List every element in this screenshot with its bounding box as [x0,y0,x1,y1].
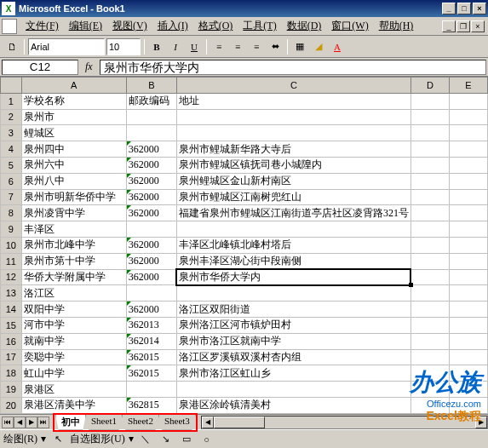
font-name-select[interactable] [28,38,105,55]
cell[interactable] [450,317,488,333]
doc-restore-button[interactable]: ❐ [456,20,470,32]
font-color-button[interactable]: A [329,38,346,55]
cell[interactable] [450,221,488,238]
cell[interactable] [176,221,410,238]
cell[interactable] [410,93,449,109]
cell[interactable]: 362014 [126,333,176,349]
row-header[interactable]: 14 [1,302,22,318]
cell[interactable] [410,382,449,398]
cell[interactable]: 丰泽区北峰镇北峰村塔后 [176,237,410,253]
new-button[interactable]: 🗋 [3,38,20,55]
row-header[interactable]: 12 [1,269,22,285]
menu-item[interactable]: 插入(I) [152,17,193,34]
cell[interactable]: 泉州六中 [21,157,126,173]
row-header[interactable]: 13 [1,285,22,302]
bold-button[interactable]: B [148,38,165,55]
draw-menu[interactable]: 绘图(R) [3,432,37,446]
cell[interactable]: 362015 [126,349,176,365]
column-header[interactable]: E [450,78,488,94]
cell[interactable]: 泉州鲤城区金山新村南区 [176,173,410,189]
row-header[interactable]: 8 [1,205,22,221]
menu-item[interactable]: 数据(D) [282,17,327,34]
cell[interactable]: 362000 [126,173,176,189]
fill-color-button[interactable]: ◢ [310,38,327,55]
cell[interactable]: 362000 [126,189,176,205]
cell[interactable] [410,302,449,318]
cell[interactable]: 泉州市鲤城区镇抚司巷小城隍内 [176,157,410,173]
cell[interactable] [450,205,488,221]
cell[interactable]: 河市中学 [21,317,126,333]
row-header[interactable]: 11 [1,253,22,269]
cell[interactable]: 泉州凌霄中学 [21,205,126,221]
cell[interactable] [450,333,488,349]
app-icon[interactable] [2,19,17,34]
tab-next-button[interactable]: ▶ [26,416,37,428]
cell[interactable] [450,349,488,365]
cell[interactable] [176,125,410,141]
cell[interactable]: 362815 [126,397,176,413]
cell[interactable]: 泉港区清美中学 [21,397,126,413]
cell[interactable]: 鲤城区 [21,125,126,141]
borders-button[interactable]: ▦ [291,38,308,55]
close-button[interactable]: × [473,3,486,14]
cell[interactable] [410,189,449,205]
horizontal-scrollbar[interactable]: ◀ ▶ [201,416,488,429]
cell[interactable] [450,253,488,269]
cell[interactable]: 362015 [126,365,176,382]
cell[interactable]: 362013 [126,317,176,333]
row-header[interactable]: 5 [1,157,22,173]
cell[interactable]: 地址 [176,93,410,109]
doc-close-button[interactable]: × [471,20,485,32]
cell[interactable]: 双阳中学 [21,302,126,318]
cell[interactable] [410,285,449,302]
cell[interactable] [410,141,449,158]
cell[interactable] [410,109,449,125]
underline-button[interactable]: U [186,38,203,55]
align-right-button[interactable]: ≡ [248,38,265,55]
cell[interactable]: 洛江区罗溪镇双溪村杏内组 [176,349,410,365]
cell[interactable] [176,285,410,302]
column-header[interactable]: D [410,78,449,94]
cell[interactable] [126,109,176,125]
cell[interactable]: 泉州市 [21,109,126,125]
cell[interactable] [450,173,488,189]
cell[interactable] [126,221,176,238]
formula-input[interactable]: 泉州市华侨大学内 [100,60,486,75]
tab-first-button[interactable]: ⏮ [2,416,14,428]
column-header[interactable]: A [21,78,126,94]
menu-item[interactable]: 格式(O) [193,17,238,34]
cell[interactable] [410,333,449,349]
cell[interactable]: 泉州丰泽区湖心街中段南侧 [176,253,410,269]
rectangle-button[interactable]: ▭ [178,431,195,448]
cell[interactable]: 362000 [126,253,176,269]
row-header[interactable]: 3 [1,125,22,141]
cell[interactable] [126,125,176,141]
scroll-right-button[interactable]: ▶ [475,416,487,428]
cell[interactable]: 泉州市第十中学 [21,253,126,269]
cell[interactable] [450,93,488,109]
row-header[interactable]: 16 [1,333,22,349]
select-all-corner[interactable] [1,78,22,94]
row-header[interactable]: 19 [1,382,22,398]
cell[interactable] [410,237,449,253]
cell[interactable] [450,365,488,382]
align-left-button[interactable]: ≡ [210,38,227,55]
cell[interactable]: 就南中学 [21,333,126,349]
menu-item[interactable]: 视图(V) [107,17,152,34]
cell[interactable] [450,237,488,253]
row-header[interactable]: 17 [1,349,22,365]
cell[interactable]: 泉州市鲤城新华路大寺后 [176,141,410,158]
select-objects-button[interactable]: ↖ [49,431,66,448]
row-header[interactable]: 2 [1,109,22,125]
cell[interactable]: 华侨大学附属中学 [21,269,126,285]
cell[interactable] [410,317,449,333]
autoshapes-menu[interactable]: 自选图形(U) [70,432,125,446]
cell[interactable]: 福建省泉州市鲤城区江南街道亭店社区凌霄路321号 [176,205,410,221]
cell[interactable]: 虹山中学 [21,365,126,382]
align-center-button[interactable]: ≡ [229,38,246,55]
cell[interactable]: 362000 [126,269,176,285]
cell[interactable] [450,269,488,285]
scroll-left-button[interactable]: ◀ [202,416,214,428]
cell[interactable] [410,173,449,189]
cell[interactable] [410,349,449,365]
